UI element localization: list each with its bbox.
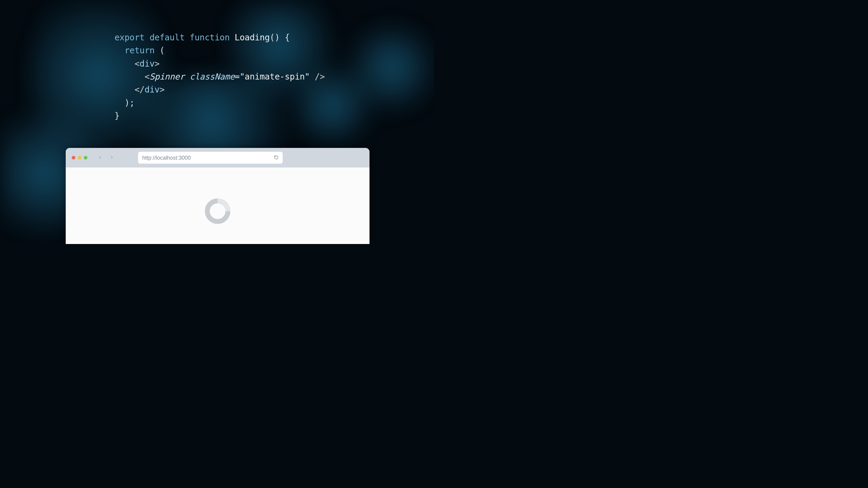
parens: () [270,33,280,42]
string-value: animate-spin [245,72,305,82]
paren-close: ); [124,98,134,107]
close-window-button[interactable] [72,156,75,160]
reload-icon [274,155,278,160]
url-bar[interactable]: http://localhost:3000 [138,152,283,164]
self-close: /> [310,72,325,82]
keyword-return: return [124,45,155,56]
angle-close: > [159,85,164,95]
spinner-icon [204,198,231,225]
tag-div-open: div [140,59,155,68]
forward-button[interactable] [110,156,114,160]
minimize-window-button[interactable] [78,156,82,160]
browser-toolbar: http://localhost:3000 [66,148,370,167]
chevron-right-icon [110,156,114,160]
angle-open: < [134,59,140,68]
nav-arrows [98,156,114,160]
tag-div-close: div [145,85,160,95]
chevron-left-icon [98,156,102,160]
quote-open: " [240,72,245,82]
keyword-export: export [115,33,145,42]
browser-viewport [66,167,370,244]
url-text: http://localhost:3000 [142,155,272,161]
browser-window: http://localhost:3000 [66,148,370,244]
back-button[interactable] [98,156,102,160]
angle-open: < [145,72,150,82]
traffic-lights [72,156,87,160]
keyword-default: default [150,33,184,42]
brace-close: } [115,111,120,121]
function-name: Loading [235,33,270,42]
angle-close: > [155,59,160,68]
angle-open: </ [134,85,144,95]
maximize-window-button[interactable] [84,156,87,160]
equals: = [235,72,240,82]
paren-open: ( [155,45,164,56]
brace-open: { [280,33,290,42]
keyword-function: function [190,33,230,42]
quote-close: " [305,72,310,82]
code-snippet: export default function Loading() { retu… [115,31,325,123]
reload-button[interactable] [274,155,278,160]
component-spinner: Spinner [150,72,184,82]
attr-classname: className [190,72,235,82]
